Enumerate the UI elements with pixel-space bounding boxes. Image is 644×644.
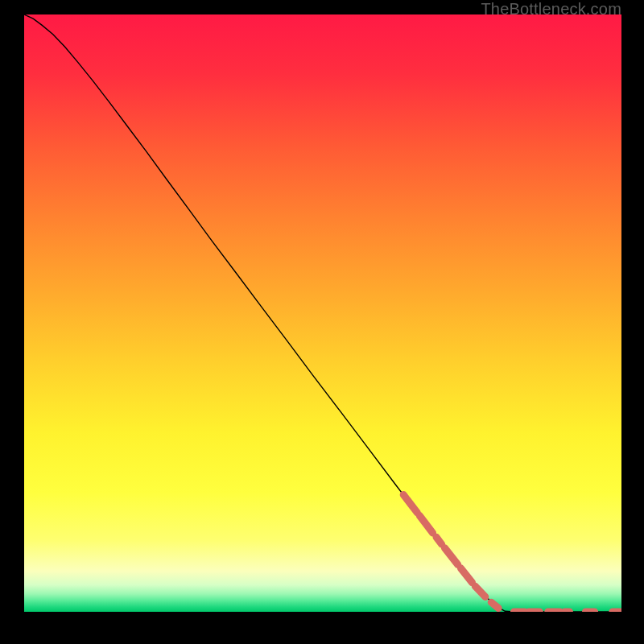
svg-line-6 xyxy=(475,586,485,597)
plot-area xyxy=(24,14,621,612)
svg-line-5 xyxy=(460,568,472,583)
curve-line xyxy=(24,14,621,612)
svg-line-7 xyxy=(491,602,498,608)
chart-stage: TheBottleneck.com xyxy=(0,0,644,644)
chart-overlay xyxy=(24,14,621,612)
svg-line-4 xyxy=(444,548,457,565)
svg-line-3 xyxy=(436,537,442,544)
svg-line-2 xyxy=(419,516,432,534)
dash-markers xyxy=(403,495,621,612)
svg-line-1 xyxy=(403,495,417,513)
